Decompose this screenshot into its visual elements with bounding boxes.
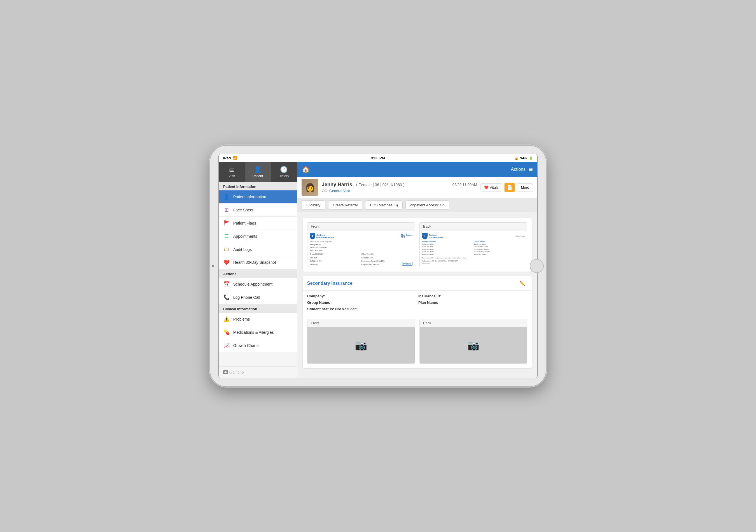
sidebar-item-problems[interactable]: ⚠️ Problems xyxy=(219,313,297,326)
company-label: Company: xyxy=(307,294,325,298)
secondary-back-image: 📷 xyxy=(420,327,527,363)
create-referral-button[interactable]: Create Referral xyxy=(328,200,363,210)
patient-information-icon: 👤 xyxy=(223,194,230,200)
sidebar-item-schedule-appointment[interactable]: 📅 Schedule Appointment xyxy=(219,278,297,291)
medications-allergies-label: Medications & Allergies xyxy=(233,330,274,334)
lock-icon: 🔒 xyxy=(514,156,519,160)
patient-flags-label: Patient Flags xyxy=(233,221,256,226)
cc-label: CC xyxy=(322,189,327,193)
sidebar-list: Patient Information 👤 Patient Informatio… xyxy=(219,182,297,366)
group-name-label: Group Name: xyxy=(307,301,330,305)
primary-insurance-section: Front ✚ Anthem BlueCross BlueShield xyxy=(303,218,532,272)
side-button[interactable] xyxy=(212,265,214,267)
patient-information-label: Patient Information xyxy=(233,195,266,199)
visit-icon: 🗂 xyxy=(229,166,235,173)
time-display: 3:00 PM xyxy=(371,156,385,160)
sidebar-item-face-sheet[interactable]: ⊞ Face Sheet xyxy=(219,203,297,217)
cds-matches-button[interactable]: CDS Matches (6) xyxy=(365,200,403,210)
secondary-front-label: Front xyxy=(308,319,415,327)
sidebar-item-medications-allergies[interactable]: 💊 Medications & Allergies xyxy=(219,326,297,339)
edit-button[interactable]: ✏️ xyxy=(517,279,527,287)
front-label: Front xyxy=(308,223,415,230)
eligibility-button[interactable]: Eligibility xyxy=(302,200,325,210)
sidebar-item-health-snapshot[interactable]: ❤️ Health 30-Day Snapshot xyxy=(219,256,297,269)
sidebar-item-patient-flags[interactable]: 🚩 Patient Flags xyxy=(219,217,297,230)
section-actions: Actions xyxy=(219,269,297,278)
history-icon: 🕐 xyxy=(280,166,287,173)
notes-icon: 📄 xyxy=(507,185,512,190)
secondary-insurance-header: Secondary Insurance ✏️ xyxy=(303,276,532,291)
tab-visit-label: Visit xyxy=(229,174,235,178)
section-patient-information: Patient Information xyxy=(219,182,297,190)
patient-bar: 👩 Jenny Harris ( Female | 36 | 02/11/198… xyxy=(297,177,537,198)
patient-photo: 👩 xyxy=(302,179,318,196)
sidebar-item-growth-charts[interactable]: 📈 Growth Charts xyxy=(219,339,297,352)
secondary-front-image: 📷 xyxy=(308,327,415,363)
patient-avatar: 👩 xyxy=(305,183,315,192)
cc-value[interactable]: General Visit xyxy=(329,189,350,193)
appointments-label: Appointments xyxy=(233,234,257,239)
onpatient-access-button[interactable]: onpatient Access: On xyxy=(405,200,449,210)
secondary-insurance-title: Secondary Insurance xyxy=(307,281,353,286)
sidebar-item-patient-information[interactable]: 👤 Patient Information xyxy=(219,190,297,203)
student-status-field: Student Status: Not a Student xyxy=(307,307,416,311)
main-content: 🏠 Actions ≡ 👩 Jenny Ha xyxy=(297,162,537,378)
insurance-id-label: Insurance ID: xyxy=(418,294,441,298)
audit-logs-label: Audit Logs xyxy=(233,247,252,252)
tab-history[interactable]: 🕐 History xyxy=(271,162,297,182)
anthem-back-shield-icon: ✚ xyxy=(422,233,428,239)
more-button[interactable]: More xyxy=(517,183,533,192)
notes-button[interactable]: 📄 xyxy=(504,183,515,192)
content-scroll[interactable]: Front ✚ Anthem BlueCross BlueShield xyxy=(297,212,537,378)
sidebar-item-appointments[interactable]: ☰ Appointments xyxy=(219,230,297,243)
plan-name-field: Plan Name: xyxy=(418,301,527,305)
patient-icon: 👤 xyxy=(254,166,261,173)
anthem-shield-icon: ✚ xyxy=(310,233,315,239)
primary-front-image: ✚ Anthem BlueCross BlueShield Blue Acces… xyxy=(308,230,415,267)
patient-name: Jenny Harris xyxy=(322,182,352,188)
tab-history-label: History xyxy=(279,174,289,178)
patient-date: 02/29 11:00AM xyxy=(452,183,477,187)
patient-demographics: ( Female | 36 | 02/11/1980 ) xyxy=(356,183,404,187)
camera-front-icon: 📷 xyxy=(355,339,367,351)
primary-insurance-front: Front ✚ Anthem BlueCross BlueShield xyxy=(307,222,415,267)
nav-tabs: 🗂 Visit 👤 Patient 🕐 History xyxy=(219,162,297,182)
home-button[interactable] xyxy=(530,259,544,273)
patient-details: Jenny Harris ( Female | 36 | 02/11/1980 … xyxy=(322,182,477,193)
company-field: Company: xyxy=(307,294,416,298)
vitals-button[interactable]: ❤️ Vitals xyxy=(480,183,502,192)
dr-badge: dr xyxy=(223,370,228,374)
growth-charts-label: Growth Charts xyxy=(233,343,258,348)
plan-name-label: Plan Name: xyxy=(418,301,438,305)
back-label: Back xyxy=(420,223,527,230)
sidebar-footer: dr drchrono xyxy=(219,366,297,378)
secondary-back-label: Back xyxy=(420,319,527,327)
tab-visit[interactable]: 🗂 Visit xyxy=(219,162,245,182)
vitals-label: Vitals xyxy=(490,185,499,190)
heart-icon: ❤️ xyxy=(484,185,489,190)
battery-icon: 🔋 xyxy=(528,156,533,160)
more-label: More xyxy=(521,185,529,190)
sidebar-item-audit-logs[interactable]: 🗃 Audit Logs xyxy=(219,243,297,256)
patient-actions: ❤️ Vitals 📄 More xyxy=(480,183,533,192)
log-phone-call-label: Log Phone Call xyxy=(233,295,260,300)
home-icon[interactable]: 🏠 xyxy=(302,166,310,173)
insurance-id-field: Insurance ID: xyxy=(418,294,527,298)
secondary-insurance-info: Company: Insurance ID: Group Name: xyxy=(303,291,532,314)
tab-patient[interactable]: 👤 Patient xyxy=(245,162,271,182)
student-status-value: Not a Student xyxy=(335,307,358,311)
menu-icon[interactable]: ≡ xyxy=(529,166,533,173)
primary-insurance-back: Back ✚ Anthem BlueCross BlueShield xyxy=(419,222,527,267)
student-status-label: Student Status: xyxy=(307,307,334,311)
tab-patient-label: Patient xyxy=(253,174,263,178)
sidebar-item-log-phone-call[interactable]: 📞 Log Phone Call xyxy=(219,291,297,304)
health-snapshot-label: Health 30-Day Snapshot xyxy=(233,260,276,265)
primary-card-row: Front ✚ Anthem BlueCross BlueShield xyxy=(303,218,532,272)
secondary-insurance-back: Back 📷 xyxy=(419,319,527,364)
actions-label[interactable]: Actions xyxy=(511,167,526,172)
face-sheet-label: Face Sheet xyxy=(233,208,254,212)
schedule-appointment-label: Schedule Appointment xyxy=(233,282,272,286)
status-bar: iPad 📶 3:00 PM 🔒 94% 🔋 xyxy=(219,154,537,162)
action-buttons-row: Eligibility Create Referral CDS Matches … xyxy=(297,198,537,212)
secondary-insurance-section: Secondary Insurance ✏️ Company: Insuranc… xyxy=(303,276,532,368)
